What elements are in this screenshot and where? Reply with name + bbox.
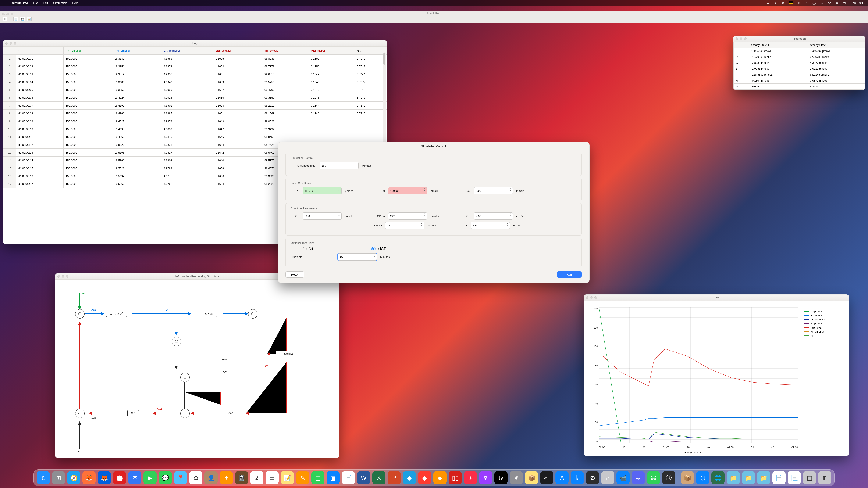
dock-app-bluetooth[interactable]: ᛒ bbox=[571, 471, 584, 484]
sim-reset-button[interactable]: Reset bbox=[285, 271, 304, 278]
log-col-P[interactable]: P(t) (μmol/s) bbox=[63, 47, 112, 55]
dock-app-folder3[interactable]: 📁 bbox=[757, 471, 770, 484]
table-row[interactable]: 11d1 00:00:11150.000019.48624.98451.1646… bbox=[3, 133, 387, 141]
control-center-icon[interactable]: ⌥ bbox=[828, 1, 831, 5]
dock-app-contacts[interactable]: 👤 bbox=[205, 471, 218, 484]
log-scrollbar-thumb[interactable] bbox=[383, 53, 385, 65]
dock-app-folder1[interactable]: 📁 bbox=[727, 471, 740, 484]
dock-app-affinity1[interactable]: ◆ bbox=[403, 471, 416, 484]
sim-input-GBeta[interactable]: ▲▼ bbox=[388, 213, 427, 220]
dock-app-calendar[interactable]: 2 bbox=[250, 471, 264, 484]
dock-app-trash[interactable]: 🗑 bbox=[818, 471, 831, 484]
prediction-col-var[interactable] bbox=[734, 42, 749, 48]
dock-app-box[interactable]: 📦 bbox=[681, 471, 694, 484]
table-row[interactable]: 8d1 00:00:08150.000019.43604.98871.16519… bbox=[3, 109, 387, 117]
table-row[interactable]: 5d1 00:00:05150.000019.38564.99291.16579… bbox=[3, 86, 387, 94]
dock-app-photos[interactable]: ✿ bbox=[189, 471, 203, 484]
dock-app-app7[interactable]: ⌘ bbox=[647, 471, 660, 484]
log-col-R[interactable]: R(t) (μmol/s) bbox=[112, 47, 161, 55]
table-row[interactable]: R-18.7050 μmol/s27.9978 μmol/s bbox=[734, 54, 865, 60]
siri-icon[interactable]: ◉ bbox=[835, 1, 839, 5]
menu-simulation[interactable]: Simulation bbox=[53, 1, 67, 5]
sim-input-DR[interactable]: ▲▼ bbox=[471, 222, 510, 229]
menu-help[interactable]: Help bbox=[72, 1, 78, 5]
sim-input-GE[interactable]: ▲▼ bbox=[303, 213, 342, 220]
dock-app-app3[interactable]: ✷ bbox=[510, 471, 523, 484]
apple-menu-icon[interactable] bbox=[3, 1, 7, 5]
toolbar-new-button[interactable]: ▦ bbox=[3, 17, 7, 22]
sim-radio-fsigt[interactable]: fsIGT bbox=[371, 247, 386, 251]
dock-app-launchpad[interactable]: ⊞ bbox=[52, 471, 65, 484]
log-col-t[interactable]: t bbox=[16, 47, 64, 55]
sim-input-simtime[interactable]: ▲▼ bbox=[319, 162, 359, 169]
sim-radio-off[interactable]: Off bbox=[303, 247, 313, 251]
log-col-S[interactable]: S(t) (pmol/L) bbox=[213, 47, 262, 55]
dock-app-firefox-dev[interactable]: 🦊 bbox=[98, 471, 111, 484]
dock-app-simulabeta[interactable]: ⬡ bbox=[696, 471, 709, 484]
dock-app-globe[interactable]: 🌐 bbox=[711, 471, 724, 484]
dock-app-record[interactable]: ⬤ bbox=[113, 471, 126, 484]
dock-app-music[interactable]: ♪ bbox=[464, 471, 477, 484]
toolbar-chart-button[interactable]: 📊 bbox=[27, 17, 32, 22]
table-row[interactable]: 2d1 00:00:02150.000019.33514.99721.16639… bbox=[3, 63, 387, 70]
log-col-M[interactable]: M(t) (mol/s) bbox=[309, 47, 354, 55]
dock-app-pages[interactable]: 📄 bbox=[342, 471, 355, 484]
dock-app-finder[interactable]: ☺ bbox=[37, 471, 50, 484]
dock-app-numbers[interactable]: ▤ bbox=[311, 471, 324, 484]
dock-app-messages[interactable]: 💬 bbox=[159, 471, 172, 484]
log-col-G[interactable]: G(t) (mmol/L) bbox=[161, 47, 213, 55]
dock-app-appstore[interactable]: A bbox=[555, 471, 568, 484]
table-row[interactable]: I-116.3593 pmol/L63.0148 pmol/L bbox=[734, 72, 865, 78]
dock-app-app5[interactable]: ⚙ bbox=[586, 471, 599, 484]
sim-input-GR[interactable]: ▲▼ bbox=[474, 213, 513, 220]
log-col-N[interactable]: N(t) bbox=[355, 47, 387, 55]
flag-icon[interactable] bbox=[789, 1, 793, 4]
table-row[interactable]: N-9.01924.3576 bbox=[734, 84, 865, 90]
dock-app-doc2[interactable]: 📃 bbox=[788, 471, 801, 484]
dock-app-powerpoint[interactable]: P bbox=[388, 471, 401, 484]
dock-app-terminal[interactable]: >_ bbox=[540, 471, 553, 484]
table-row[interactable]: S-1.9781 pmol/s1.0713 pmol/s bbox=[734, 66, 865, 72]
table-row[interactable]: 1d1 00:00:01150.000019.31824.99861.16659… bbox=[3, 55, 387, 63]
dock-app-keynote[interactable]: ▣ bbox=[327, 471, 340, 484]
dock-app-textedit[interactable]: 📄 bbox=[772, 471, 785, 484]
plot-window-traffic[interactable] bbox=[586, 296, 597, 299]
dock-app-word[interactable]: W bbox=[357, 471, 370, 484]
ips-window-traffic[interactable] bbox=[57, 275, 68, 278]
prediction-col-ss2[interactable]: Steady State 2 bbox=[808, 42, 865, 48]
temp-icon[interactable]: 🌡 bbox=[774, 1, 777, 5]
dock-app-mail[interactable]: ✉ bbox=[128, 471, 141, 484]
cloud-icon[interactable]: ☁ bbox=[766, 1, 770, 5]
sim-run-button[interactable]: Run bbox=[557, 271, 582, 278]
dock-app-parallels[interactable]: ▯▯ bbox=[448, 471, 462, 484]
app-menu[interactable]: SimulaBeta bbox=[12, 1, 28, 5]
sim-input-G0[interactable]: ▲▼ bbox=[474, 187, 513, 194]
dock-app-firefox[interactable]: 🦊 bbox=[83, 471, 96, 484]
dock-app-tv[interactable]: tv bbox=[494, 471, 507, 484]
wifi-icon[interactable]: ⌔ bbox=[805, 1, 808, 5]
dock-app-app4[interactable]: 📦 bbox=[525, 471, 538, 484]
toolbar-open-button[interactable]: 📄 bbox=[13, 17, 18, 22]
log-col-I[interactable]: I(t) (pmol/L) bbox=[262, 47, 309, 55]
menubar-clock[interactable]: Mi. 2. Feb. 09:16 bbox=[843, 1, 865, 5]
main-window-traffic[interactable] bbox=[2, 13, 13, 15]
dock-app-excel[interactable]: X bbox=[372, 471, 385, 484]
dock-app-doc3[interactable]: ▤ bbox=[803, 471, 816, 484]
toolbar-save-button[interactable]: 💾 bbox=[20, 17, 25, 22]
menu-file[interactable]: File bbox=[33, 1, 38, 5]
dock-app-safari[interactable]: 🧭 bbox=[67, 471, 80, 484]
dock-app-notes[interactable]: 📝 bbox=[281, 471, 294, 484]
table-row[interactable]: M-0.1804 nmol/s0.0872 nmol/s bbox=[734, 78, 865, 84]
dock-app-app6[interactable]: ⌂ bbox=[601, 471, 614, 484]
sim-input-I0[interactable]: ▲▼ bbox=[388, 187, 427, 194]
table-row[interactable]: 9d1 00:00:09150.000019.45274.98731.16499… bbox=[3, 117, 387, 125]
dock-app-zoom[interactable]: 📹 bbox=[616, 471, 629, 484]
dock-app-app8[interactable]: Ⓤ bbox=[662, 471, 675, 484]
table-row[interactable]: 10d1 00:00:10150.000019.46954.98591.1647… bbox=[3, 125, 387, 133]
sim-input-P0[interactable]: ▲▼ bbox=[303, 187, 342, 194]
dock-app-affinity3[interactable]: ◆ bbox=[433, 471, 446, 484]
table-row[interactable]: 4d1 00:00:04150.000019.36884.99431.16599… bbox=[3, 78, 387, 86]
dock-app-folder2[interactable]: 📁 bbox=[742, 471, 755, 484]
table-row[interactable]: 6d1 00:00:06150.000019.40244.99151.16559… bbox=[3, 94, 387, 102]
table-row[interactable]: G-2.8980 mmol/L4.3377 mmol/L bbox=[734, 60, 865, 66]
